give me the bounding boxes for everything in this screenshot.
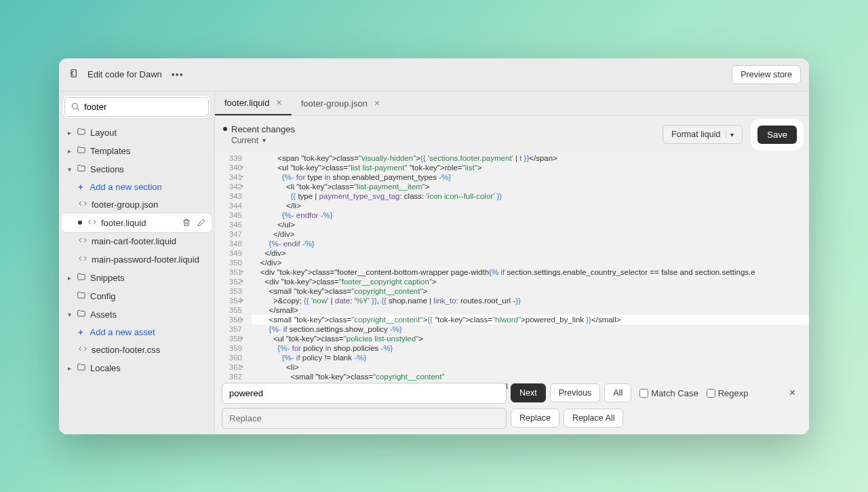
folder-snippets[interactable]: ▸ Snippets — [59, 269, 214, 287]
chevron-right-icon: ▸ — [66, 274, 73, 282]
save-button[interactable]: Save — [757, 126, 797, 144]
chevron-down-icon: ▾ — [66, 166, 73, 173]
file-label: footer-group.json — [92, 200, 158, 210]
folder-config[interactable]: Config — [59, 287, 214, 305]
match-case-checkbox[interactable]: Match Case — [639, 388, 698, 398]
folder-templates[interactable]: ▸ Templates — [59, 142, 214, 160]
folder-icon — [77, 164, 86, 175]
find-input[interactable] — [222, 383, 507, 404]
file-section-footer-css[interactable]: section-footer.css — [59, 341, 214, 359]
code-icon — [87, 217, 97, 229]
code-icon — [78, 199, 87, 210]
version-selector[interactable]: Current ▾ — [231, 136, 295, 145]
previous-button[interactable]: Previous — [550, 383, 601, 402]
current-label: Current — [231, 136, 258, 145]
file-label: main-password-footer.liquid — [92, 254, 199, 265]
file-footer-group-json[interactable]: footer-group.json — [59, 195, 214, 214]
folder-label: Assets — [90, 309, 117, 320]
folder-layout[interactable]: ▸ Layout — [59, 124, 214, 142]
folder-label: Sections — [90, 164, 124, 174]
replace-input[interactable] — [222, 408, 507, 429]
folder-icon — [77, 127, 86, 138]
code-icon — [78, 235, 87, 247]
chevron-right-icon: ▸ — [66, 364, 73, 372]
close-icon[interactable]: × — [784, 384, 801, 402]
add-section-button[interactable]: + Add a new section — [59, 178, 214, 195]
sidebar: ▸ Layout ▸ Templates ▾ Sections + Add a … — [59, 92, 215, 434]
replace-button[interactable]: Replace — [511, 409, 559, 428]
folder-icon — [77, 362, 86, 374]
edit-icon[interactable] — [197, 218, 206, 227]
unsaved-dot-icon — [223, 127, 227, 131]
file-footer-liquid[interactable]: footer.liquid — [62, 214, 212, 232]
chevron-down-icon[interactable]: ▾ — [726, 131, 734, 138]
tab-label: footer-group.json — [301, 98, 368, 109]
trash-icon[interactable] — [182, 218, 191, 227]
add-section-label: Add a new section — [90, 182, 162, 192]
folder-locales[interactable]: ▸ Locales — [59, 359, 214, 377]
format-label: Format liquid — [671, 130, 720, 139]
file-label: footer.liquid — [101, 218, 146, 228]
replace-all-button[interactable]: Replace All — [564, 409, 624, 428]
folder-icon — [77, 309, 86, 320]
code-editor-window: Edit code for Dawn ••• Preview store ▸ L… — [59, 58, 809, 434]
tab-label: footer.liquid — [224, 98, 270, 108]
unsaved-dot-icon — [78, 221, 82, 225]
tab-footer-group-json[interactable]: footer-group.json × — [292, 92, 389, 115]
file-main-cart-footer[interactable]: main-cart-footer.liquid — [59, 232, 214, 250]
folder-icon — [77, 290, 86, 302]
subbar: Recent changes Current ▾ Format liquid ▾… — [215, 116, 809, 153]
all-button[interactable]: All — [604, 383, 631, 402]
file-main-password-footer[interactable]: main-password-footer.liquid — [59, 250, 214, 269]
page-title: Edit code for Dawn — [87, 69, 162, 79]
exit-icon[interactable] — [67, 68, 78, 81]
more-icon[interactable]: ••• — [172, 69, 184, 80]
file-label: section-footer.css — [92, 345, 160, 355]
folder-label: Locales — [90, 363, 121, 373]
folder-label: Snippets — [90, 273, 125, 283]
svg-rect-0 — [71, 69, 76, 77]
folder-label: Templates — [90, 146, 130, 156]
format-liquid-button[interactable]: Format liquid ▾ — [663, 125, 743, 144]
tab-footer-liquid[interactable]: footer.liquid × — [215, 92, 292, 115]
preview-store-button[interactable]: Preview store — [732, 65, 801, 84]
folder-icon — [77, 145, 86, 157]
chevron-down-icon: ▾ — [262, 136, 266, 144]
close-icon[interactable]: × — [277, 97, 282, 108]
recent-changes-label[interactable]: Recent changes — [231, 124, 295, 134]
folder-assets[interactable]: ▾ Assets — [59, 305, 214, 324]
next-button[interactable]: Next — [511, 383, 546, 402]
search-field[interactable] — [84, 102, 203, 112]
chevron-right-icon: ▸ — [66, 129, 73, 136]
topbar: Edit code for Dawn ••• Preview store — [59, 58, 809, 92]
chevron-down-icon: ▾ — [66, 311, 73, 318]
file-label: main-cart-footer.liquid — [92, 236, 176, 246]
search-icon — [71, 102, 80, 111]
tabs: footer.liquid × footer-group.json × — [215, 92, 809, 116]
code-icon — [78, 254, 87, 265]
add-asset-button[interactable]: + Add a new asset — [59, 324, 214, 341]
close-icon[interactable]: × — [374, 98, 380, 109]
add-asset-label: Add a new asset — [90, 327, 155, 337]
folder-sections[interactable]: ▾ Sections — [59, 160, 214, 178]
code-icon — [78, 344, 87, 356]
folder-label: Config — [90, 291, 116, 301]
plus-icon: + — [78, 182, 83, 192]
find-replace-bar: Next Previous All Match Case Regexp × Re… — [222, 383, 801, 429]
svg-point-1 — [72, 103, 77, 109]
folder-label: Layout — [90, 128, 117, 138]
search-input[interactable] — [64, 97, 209, 117]
chevron-right-icon: ▸ — [66, 147, 73, 155]
plus-icon: + — [78, 327, 83, 337]
regexp-checkbox[interactable]: Regexp — [707, 388, 749, 398]
folder-icon — [77, 272, 86, 284]
